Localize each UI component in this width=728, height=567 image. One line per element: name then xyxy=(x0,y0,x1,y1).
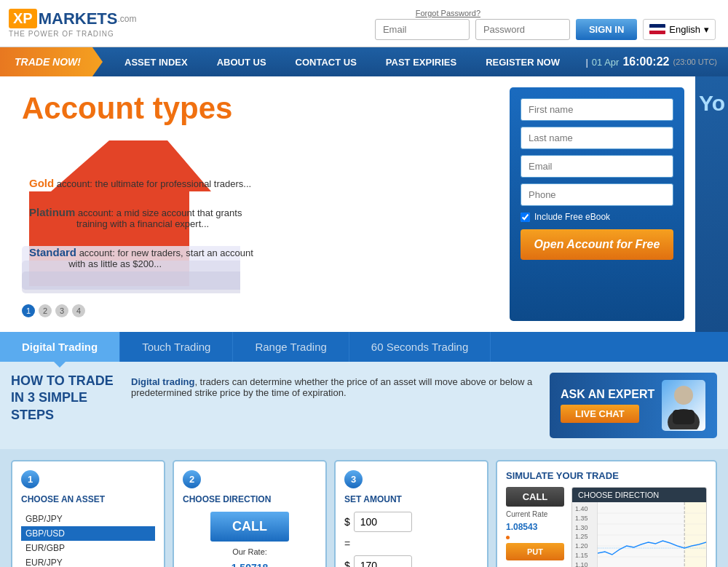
rate-value: 1.59718 xyxy=(232,562,269,567)
sim-call-button[interactable]: CALL xyxy=(506,487,564,507)
registration-form: Include Free eBook Open Account for Free xyxy=(510,87,684,321)
sim-rate-label: Current Rate xyxy=(506,510,564,518)
sim-put-button[interactable]: PUT xyxy=(506,543,564,560)
svg-rect-7 xyxy=(684,502,706,567)
forgot-password-link[interactable]: Forgot Password? xyxy=(416,9,480,17)
phone-input[interactable] xyxy=(521,183,673,206)
logo-markets: MARKETS xyxy=(39,9,118,28)
live-chat-button[interactable]: LIVE CHAT xyxy=(561,405,639,423)
tab-touch-trading[interactable]: Touch Trading xyxy=(120,332,233,362)
step-2-title: CHOOSE DIRECTION xyxy=(183,494,317,506)
ebook-checkbox[interactable] xyxy=(521,213,530,222)
step-2-box: 2 CHOOSE DIRECTION CALL Our Rate: 1.5971… xyxy=(173,460,327,567)
arrow-graphic: Gold account: the ultimate for professio… xyxy=(22,133,484,293)
chevron-down-icon: ▾ xyxy=(704,24,709,35)
page-3[interactable]: 3 xyxy=(55,304,68,317)
how-to-section: HOW TO TRADE IN 3 SIMPLE STEPS Digital t… xyxy=(0,362,728,449)
svg-rect-3 xyxy=(22,271,240,293)
nav-contact-us[interactable]: CONTACT US xyxy=(281,47,371,76)
gold-desc: account: the ultimate for professional t… xyxy=(57,178,251,189)
hero-section: Account types Gold account: the ultimate… xyxy=(0,76,728,332)
page-2[interactable]: 2 xyxy=(39,304,52,317)
steps-section: 1 CHOOSE AN ASSET GBP/JPY GBP/USD EUR/GB… xyxy=(0,449,728,567)
nav-date: 01 Apr xyxy=(592,57,620,68)
asset-gbpusd[interactable]: GBP/USD xyxy=(21,526,155,541)
expert-info: ASK AN EXPERT LIVE CHAT xyxy=(561,388,654,423)
how-to-description: Digital trading, traders can determine w… xyxy=(131,373,539,438)
password-input[interactable] xyxy=(475,19,570,40)
expert-avatar xyxy=(662,380,705,431)
how-to-title: HOW TO TRADE IN 3 SIMPLE STEPS xyxy=(11,373,120,424)
page-1[interactable]: 1 xyxy=(22,304,35,317)
sim-buttons: CALL Current Rate 1.08543 PUT xyxy=(506,487,564,567)
tab-range-trading[interactable]: Range Trading xyxy=(233,332,349,362)
chart-svg xyxy=(598,502,706,567)
sign-in-button[interactable]: SIGN IN xyxy=(576,19,637,40)
step-3-number: 3 xyxy=(344,470,363,488)
logo-com: .com xyxy=(117,14,136,24)
chart-y-labels: 1.40 1.35 1.30 1.25 1.20 1.15 1.10 1.05 … xyxy=(572,502,598,567)
language-selector[interactable]: English ▾ xyxy=(643,19,716,40)
amount-box: $ = $ START TRADING xyxy=(344,512,478,567)
svg-rect-6 xyxy=(673,410,695,424)
asset-eurgbp[interactable]: EUR/GBP xyxy=(21,541,155,555)
amount-input-2[interactable] xyxy=(354,555,412,567)
open-account-button[interactable]: Open Account for Free xyxy=(521,229,673,260)
ebook-label: Include Free eBook xyxy=(534,212,610,222)
expert-avatar-image xyxy=(665,382,702,429)
sim-indicator xyxy=(506,536,510,539)
amount-row-1: $ xyxy=(344,512,478,532)
svg-point-4 xyxy=(674,386,693,405)
logo-xp: XP xyxy=(9,9,37,28)
simulate-title: SIMULATE YOUR TRADE xyxy=(506,470,707,481)
nav-time: | 01 Apr 16:00:22 (23:00 UTC) xyxy=(585,55,728,68)
trading-tabs: Digital Trading Touch Trading Range Trad… xyxy=(0,332,728,362)
flag-icon xyxy=(649,24,665,34)
how-to-left: HOW TO TRADE IN 3 SIMPLE STEPS xyxy=(11,373,120,438)
header-right: Forgot Password? SIGN IN English ▾ xyxy=(375,7,719,40)
logo: XP MARKETS.com THE POWER OF TRADING xyxy=(9,9,136,38)
chart-area xyxy=(598,502,706,567)
simulate-trade-box: SIMULATE YOUR TRADE CALL Current Rate 1.… xyxy=(496,460,717,567)
tab-digital-trading[interactable]: Digital Trading xyxy=(0,332,120,362)
standard-label: Standard xyxy=(29,246,76,258)
chart-header: CHOOSE DIRECTION xyxy=(572,488,706,502)
chart-body: 1.40 1.35 1.30 1.25 1.20 1.15 1.10 1.05 … xyxy=(572,502,706,567)
ask-expert-panel: ASK AN EXPERT LIVE CHAT xyxy=(550,373,717,438)
last-name-input[interactable] xyxy=(521,127,673,149)
email-input[interactable] xyxy=(375,19,470,40)
nav-past-expiries[interactable]: PAST EXPIRIES xyxy=(371,47,471,76)
asset-eurjpy[interactable]: EUR/JPY xyxy=(21,555,155,567)
first-name-input[interactable] xyxy=(521,98,673,121)
equals-sign: = xyxy=(344,538,478,550)
trade-chart: CHOOSE DIRECTION 1.40 1.35 1.30 1.25 1.2… xyxy=(571,487,707,567)
step-1-box: 1 CHOOSE AN ASSET GBP/JPY GBP/USD EUR/GB… xyxy=(11,460,165,567)
amount-row-2: $ xyxy=(344,555,478,567)
gold-account-row: Gold account: the ultimate for professio… xyxy=(29,177,251,189)
language-label: English xyxy=(669,24,700,35)
asset-list: GBP/JPY GBP/USD EUR/GBP EUR/JPY EUR/USD xyxy=(21,512,155,567)
nav-asset-index[interactable]: ASSET INDEX xyxy=(110,47,202,76)
call-button[interactable]: CALL xyxy=(210,512,289,542)
nav-register-now[interactable]: REGISTER NOW xyxy=(471,47,574,76)
step-1-title: CHOOSE AN ASSET xyxy=(21,494,155,506)
reg-email-input[interactable] xyxy=(521,155,673,178)
nav-utc: (23:00 UTC) xyxy=(673,58,717,66)
asset-gbpjpy[interactable]: GBP/JPY xyxy=(21,512,155,526)
dollar-sign-1: $ xyxy=(344,516,350,528)
chart-sim-inner: CALL Current Rate 1.08543 PUT CHOOSE DIR… xyxy=(506,487,707,567)
ebook-checkbox-row: Include Free eBook xyxy=(521,212,673,222)
logo-subtitle: THE POWER OF TRADING xyxy=(9,30,136,38)
trade-now-button[interactable]: TRADE NOW! xyxy=(0,47,103,76)
trading-section: Digital Trading Touch Trading Range Trad… xyxy=(0,332,728,567)
gold-label: Gold xyxy=(29,177,54,189)
amount-input-1[interactable] xyxy=(354,512,412,532)
page-4[interactable]: 4 xyxy=(72,304,85,317)
our-rate-label: Our Rate: xyxy=(232,547,267,556)
tab-60-seconds[interactable]: 60 Seconds Trading xyxy=(349,332,491,362)
direction-box: CALL Our Rate: 1.59718 PUT xyxy=(183,512,317,567)
nav-about-us[interactable]: ABOUT US xyxy=(202,47,281,76)
platinum-account-row: Platinum account: a mid size account tha… xyxy=(29,206,242,229)
navigation: TRADE NOW! ASSET INDEX ABOUT US CONTACT … xyxy=(0,47,728,76)
standard-account-row: Standard account: for new traders, start… xyxy=(29,246,253,269)
